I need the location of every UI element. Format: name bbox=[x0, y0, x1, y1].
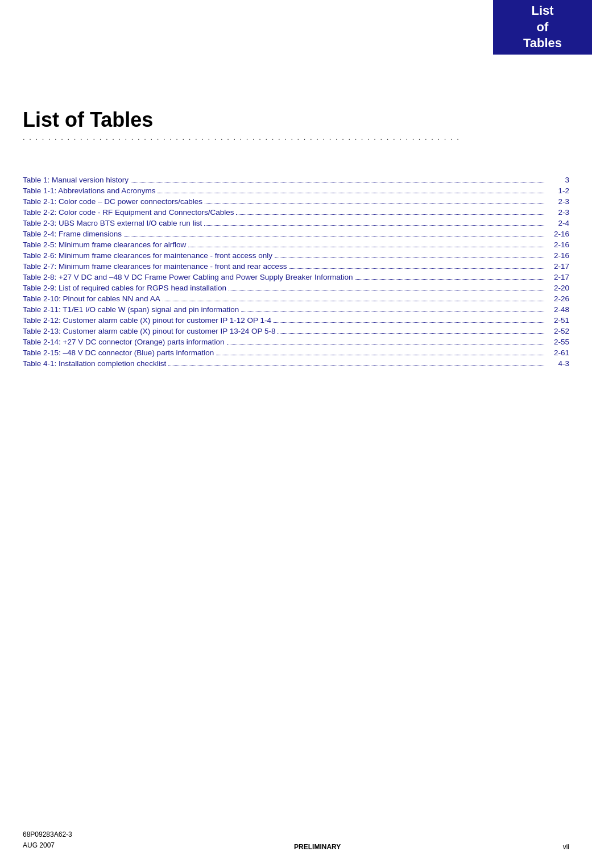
separator-line: . . . . . . . . . . . . . . . . . . . . … bbox=[23, 133, 569, 142]
toc-entry-dots bbox=[131, 182, 544, 182]
toc-entry: Table 2-13: Customer alarm cable (X) pin… bbox=[23, 327, 569, 335]
toc-entry-dots bbox=[205, 203, 544, 204]
toc-entry-page: 2-3 bbox=[547, 197, 569, 206]
toc-entry: Table 4-1: Installation completion check… bbox=[23, 359, 569, 368]
toc-entry-dots bbox=[275, 258, 544, 258]
footer-page-number: vii bbox=[563, 843, 569, 851]
toc-entry-page: 1-2 bbox=[547, 186, 569, 195]
toc-entry: Table 2-2: Color code - RF Equipment and… bbox=[23, 208, 569, 217]
toc-entry-dots bbox=[204, 225, 544, 226]
toc-entry-text: Table 2-2: Color code - RF Equipment and… bbox=[23, 208, 234, 217]
toc-list: Table 1: Manual version history3Table 1-… bbox=[23, 176, 569, 368]
toc-entry-page: 3 bbox=[547, 176, 569, 184]
toc-entry-page: 2-3 bbox=[547, 208, 569, 217]
toc-entry-dots bbox=[355, 279, 544, 280]
toc-entry-dots bbox=[227, 344, 544, 344]
toc-entry-dots bbox=[229, 290, 544, 290]
toc-entry: Table 2-11: T1/E1 I/O cable W (span) sig… bbox=[23, 305, 569, 314]
corner-tab: ListofTables bbox=[493, 0, 592, 55]
toc-entry-text: Table 2-7: Minimum frame clearances for … bbox=[23, 262, 287, 271]
toc-entry-dots bbox=[289, 268, 544, 269]
toc-entry-dots bbox=[158, 193, 544, 193]
toc-entry-text: Table 2-12: Customer alarm cable (X) pin… bbox=[23, 316, 271, 325]
toc-entry-page: 2-17 bbox=[547, 273, 569, 281]
toc-entry-page: 2-26 bbox=[547, 294, 569, 303]
toc-entry-page: 2-16 bbox=[547, 240, 569, 249]
toc-entry-text: Table 2-11: T1/E1 I/O cable W (span) sig… bbox=[23, 305, 239, 314]
toc-entry-text: Table 1-1: Abbreviations and Acronyms bbox=[23, 186, 155, 195]
toc-entry-dots bbox=[163, 301, 544, 301]
toc-entry-page: 4-3 bbox=[547, 359, 569, 368]
toc-entry-page: 2-16 bbox=[547, 230, 569, 238]
toc-entry-text: Table 2-13: Customer alarm cable (X) pin… bbox=[23, 327, 275, 335]
doc-number: 68P09283A62-3 bbox=[23, 829, 72, 840]
toc-entry-page: 2-55 bbox=[547, 338, 569, 346]
toc-entry-page: 2-48 bbox=[547, 305, 569, 314]
toc-entry-text: Table 2-10: Pinout for cables NN and AA bbox=[23, 294, 160, 303]
toc-entry: Table 2-5: Minimum frame clearances for … bbox=[23, 240, 569, 249]
toc-entry-text: Table 2-8: +27 V DC and –48 V DC Frame P… bbox=[23, 273, 353, 281]
toc-entry-dots bbox=[216, 355, 544, 355]
toc-entry-dots bbox=[168, 366, 544, 366]
toc-entry: Table 2-1: Color code – DC power connect… bbox=[23, 197, 569, 206]
toc-entry: Table 2-3: UBS Macro BTS external I/O ca… bbox=[23, 219, 569, 227]
footer: 68P09283A62-3 AUG 2007 PRELIMINARY vii bbox=[23, 829, 569, 851]
toc-entry-text: Table 2-4: Frame dimensions bbox=[23, 230, 122, 238]
toc-entry-text: Table 2-5: Minimum frame clearances for … bbox=[23, 240, 186, 249]
toc-entry-dots bbox=[124, 236, 544, 236]
toc-entry-page: 2-4 bbox=[547, 219, 569, 227]
toc-entry-page: 2-52 bbox=[547, 327, 569, 335]
toc-entry-page: 2-17 bbox=[547, 262, 569, 271]
toc-entry-page: 2-20 bbox=[547, 284, 569, 292]
toc-entry-dots bbox=[188, 247, 544, 247]
toc-entry-text: Table 1: Manual version history bbox=[23, 176, 129, 184]
footer-doc-info: 68P09283A62-3 AUG 2007 bbox=[23, 829, 72, 851]
toc-entry: Table 2-8: +27 V DC and –48 V DC Frame P… bbox=[23, 273, 569, 281]
toc-entry-text: Table 2-14: +27 V DC connector (Orange) … bbox=[23, 338, 225, 346]
toc-entry-dots bbox=[278, 333, 544, 334]
doc-date: AUG 2007 bbox=[23, 840, 72, 851]
page-title: List of Tables bbox=[23, 74, 569, 132]
toc-entry-text: Table 2-6: Minimum frame clearances for … bbox=[23, 251, 272, 260]
toc-entry: Table 2-4: Frame dimensions2-16 bbox=[23, 230, 569, 238]
toc-entry-page: 2-51 bbox=[547, 316, 569, 325]
main-content: List of Tables . . . . . . . . . . . . .… bbox=[23, 74, 569, 370]
toc-entry-dots bbox=[236, 214, 544, 215]
toc-entry: Table 2-15: –48 V DC connector (Blue) pa… bbox=[23, 348, 569, 357]
toc-entry-dots bbox=[241, 312, 544, 312]
toc-entry-text: Table 2-1: Color code – DC power connect… bbox=[23, 197, 202, 206]
toc-entry-text: Table 2-3: UBS Macro BTS external I/O ca… bbox=[23, 219, 202, 227]
footer-preliminary: PRELIMINARY bbox=[72, 843, 563, 851]
toc-entry-page: 2-61 bbox=[547, 348, 569, 357]
toc-entry-page: 2-16 bbox=[547, 251, 569, 260]
toc-entry: Table 1: Manual version history3 bbox=[23, 176, 569, 184]
toc-entry: Table 2-12: Customer alarm cable (X) pin… bbox=[23, 316, 569, 325]
toc-entry-text: Table 2-15: –48 V DC connector (Blue) pa… bbox=[23, 348, 214, 357]
toc-entry: Table 2-9: List of required cables for R… bbox=[23, 284, 569, 292]
toc-entry-text: Table 2-9: List of required cables for R… bbox=[23, 284, 226, 292]
corner-tab-text: ListofTables bbox=[523, 3, 562, 52]
toc-entry: Table 2-7: Minimum frame clearances for … bbox=[23, 262, 569, 271]
toc-entry-dots bbox=[274, 322, 544, 323]
toc-entry-text: Table 4-1: Installation completion check… bbox=[23, 359, 166, 368]
toc-entry: Table 1-1: Abbreviations and Acronyms1-2 bbox=[23, 186, 569, 195]
toc-entry: Table 2-14: +27 V DC connector (Orange) … bbox=[23, 338, 569, 346]
toc-entry: Table 2-10: Pinout for cables NN and AA2… bbox=[23, 294, 569, 303]
toc-entry: Table 2-6: Minimum frame clearances for … bbox=[23, 251, 569, 260]
